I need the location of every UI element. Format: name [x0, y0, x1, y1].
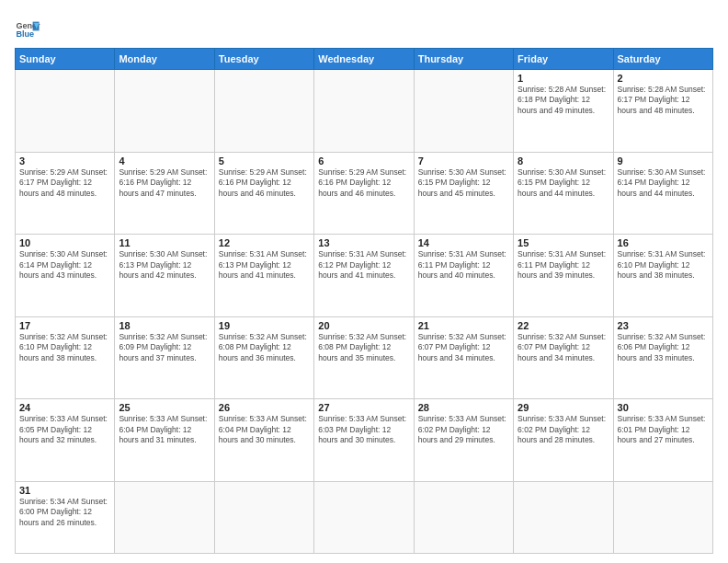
calendar-cell: 21Sunrise: 5:32 AM Sunset: 6:07 PM Dayli… — [414, 316, 513, 399]
calendar-cell: 29Sunrise: 5:33 AM Sunset: 6:02 PM Dayli… — [514, 399, 613, 482]
calendar-cell: 5Sunrise: 5:29 AM Sunset: 6:16 PM Daylig… — [214, 152, 313, 235]
calendar-cell — [214, 481, 313, 553]
day-number: 22 — [518, 320, 609, 331]
day-number: 6 — [318, 155, 409, 167]
calendar-cell: 20Sunrise: 5:32 AM Sunset: 6:08 PM Dayli… — [314, 316, 414, 399]
day-number: 3 — [19, 155, 110, 167]
day-number: 10 — [19, 237, 110, 248]
calendar-cell — [414, 481, 513, 553]
weekday-header-thursday: Thursday — [414, 49, 513, 70]
calendar-cell: 1Sunrise: 5:28 AM Sunset: 6:18 PM Daylig… — [514, 70, 613, 153]
calendar-cell: 11Sunrise: 5:30 AM Sunset: 6:13 PM Dayli… — [115, 235, 214, 317]
day-info: Sunrise: 5:31 AM Sunset: 6:11 PM Dayligh… — [418, 249, 509, 281]
calendar-cell — [414, 70, 513, 153]
calendar-cell: 10Sunrise: 5:30 AM Sunset: 6:14 PM Dayli… — [16, 235, 115, 317]
day-info: Sunrise: 5:32 AM Sunset: 6:07 PM Dayligh… — [518, 332, 609, 363]
calendar-cell — [115, 481, 214, 553]
calendar-cell: 19Sunrise: 5:32 AM Sunset: 6:08 PM Dayli… — [214, 316, 313, 399]
calendar-cell: 2Sunrise: 5:28 AM Sunset: 6:17 PM Daylig… — [613, 70, 712, 153]
calendar-cell: 9Sunrise: 5:30 AM Sunset: 6:14 PM Daylig… — [613, 152, 712, 235]
logo: General Blue — [15, 17, 40, 42]
day-info: Sunrise: 5:32 AM Sunset: 6:08 PM Dayligh… — [219, 332, 310, 363]
day-number: 2 — [618, 73, 709, 84]
day-info: Sunrise: 5:31 AM Sunset: 6:11 PM Dayligh… — [518, 249, 609, 281]
day-number: 19 — [219, 320, 310, 331]
calendar-cell: 18Sunrise: 5:32 AM Sunset: 6:09 PM Dayli… — [115, 316, 214, 399]
calendar-cell: 22Sunrise: 5:32 AM Sunset: 6:07 PM Dayli… — [514, 316, 613, 399]
calendar-cell: 7Sunrise: 5:30 AM Sunset: 6:15 PM Daylig… — [414, 152, 513, 235]
calendar-cell — [214, 70, 313, 153]
logo-icon: General Blue — [15, 17, 40, 42]
day-number: 29 — [518, 402, 609, 413]
day-info: Sunrise: 5:30 AM Sunset: 6:14 PM Dayligh… — [19, 249, 110, 281]
day-number: 26 — [219, 402, 310, 413]
calendar-week-3: 10Sunrise: 5:30 AM Sunset: 6:14 PM Dayli… — [16, 235, 713, 317]
day-info: Sunrise: 5:32 AM Sunset: 6:06 PM Dayligh… — [618, 332, 709, 363]
day-number: 7 — [418, 155, 509, 167]
calendar-cell: 31Sunrise: 5:34 AM Sunset: 6:00 PM Dayli… — [16, 481, 115, 553]
calendar-cell: 27Sunrise: 5:33 AM Sunset: 6:03 PM Dayli… — [314, 399, 414, 482]
day-number: 17 — [19, 320, 110, 331]
weekday-header-tuesday: Tuesday — [214, 49, 313, 70]
page-header: General Blue — [15, 13, 713, 42]
day-info: Sunrise: 5:29 AM Sunset: 6:16 PM Dayligh… — [119, 167, 210, 199]
day-number: 24 — [19, 402, 110, 413]
day-info: Sunrise: 5:33 AM Sunset: 6:03 PM Dayligh… — [318, 414, 409, 445]
day-info: Sunrise: 5:28 AM Sunset: 6:17 PM Dayligh… — [618, 85, 709, 116]
calendar-table: SundayMondayTuesdayWednesdayThursdayFrid… — [15, 48, 713, 554]
day-info: Sunrise: 5:30 AM Sunset: 6:15 PM Dayligh… — [518, 167, 609, 199]
calendar-week-6: 31Sunrise: 5:34 AM Sunset: 6:00 PM Dayli… — [16, 481, 713, 553]
day-number: 4 — [119, 155, 210, 167]
calendar-week-4: 17Sunrise: 5:32 AM Sunset: 6:10 PM Dayli… — [16, 316, 713, 399]
calendar-cell: 6Sunrise: 5:29 AM Sunset: 6:16 PM Daylig… — [314, 152, 414, 235]
day-info: Sunrise: 5:30 AM Sunset: 6:13 PM Dayligh… — [119, 249, 210, 281]
calendar-cell — [613, 481, 712, 553]
day-number: 16 — [618, 237, 709, 248]
day-info: Sunrise: 5:33 AM Sunset: 6:02 PM Dayligh… — [518, 414, 609, 445]
day-info: Sunrise: 5:30 AM Sunset: 6:15 PM Dayligh… — [418, 167, 509, 199]
calendar-cell: 16Sunrise: 5:31 AM Sunset: 6:10 PM Dayli… — [613, 235, 712, 317]
calendar-cell: 26Sunrise: 5:33 AM Sunset: 6:04 PM Dayli… — [214, 399, 313, 482]
day-number: 25 — [119, 402, 210, 413]
calendar-cell: 28Sunrise: 5:33 AM Sunset: 6:02 PM Dayli… — [414, 399, 513, 482]
day-info: Sunrise: 5:29 AM Sunset: 6:16 PM Dayligh… — [318, 167, 409, 199]
day-info: Sunrise: 5:31 AM Sunset: 6:13 PM Dayligh… — [219, 249, 310, 281]
calendar-week-1: 1Sunrise: 5:28 AM Sunset: 6:18 PM Daylig… — [16, 70, 713, 153]
calendar-cell: 14Sunrise: 5:31 AM Sunset: 6:11 PM Dayli… — [414, 235, 513, 317]
day-number: 13 — [318, 237, 409, 248]
weekday-header-sunday: Sunday — [16, 49, 115, 70]
day-number: 18 — [119, 320, 210, 331]
weekday-header-row: SundayMondayTuesdayWednesdayThursdayFrid… — [16, 49, 713, 70]
calendar-cell: 17Sunrise: 5:32 AM Sunset: 6:10 PM Dayli… — [16, 316, 115, 399]
day-number: 30 — [618, 402, 709, 413]
weekday-header-saturday: Saturday — [613, 49, 712, 70]
calendar-week-5: 24Sunrise: 5:33 AM Sunset: 6:05 PM Dayli… — [16, 399, 713, 482]
day-info: Sunrise: 5:31 AM Sunset: 6:12 PM Dayligh… — [318, 249, 409, 281]
calendar-cell — [16, 70, 115, 153]
svg-text:Blue: Blue — [16, 29, 34, 39]
day-info: Sunrise: 5:31 AM Sunset: 6:10 PM Dayligh… — [618, 249, 709, 281]
calendar-cell — [314, 70, 414, 153]
day-info: Sunrise: 5:33 AM Sunset: 6:01 PM Dayligh… — [618, 414, 709, 445]
day-info: Sunrise: 5:32 AM Sunset: 6:08 PM Dayligh… — [318, 332, 409, 363]
day-number: 1 — [518, 73, 609, 84]
day-number: 31 — [19, 485, 110, 496]
day-number: 15 — [518, 237, 609, 248]
calendar-cell: 4Sunrise: 5:29 AM Sunset: 6:16 PM Daylig… — [115, 152, 214, 235]
day-number: 21 — [418, 320, 509, 331]
calendar-cell — [314, 481, 414, 553]
day-info: Sunrise: 5:33 AM Sunset: 6:04 PM Dayligh… — [119, 414, 210, 445]
weekday-header-monday: Monday — [115, 49, 214, 70]
calendar-cell — [514, 481, 613, 553]
calendar-cell: 23Sunrise: 5:32 AM Sunset: 6:06 PM Dayli… — [613, 316, 712, 399]
weekday-header-wednesday: Wednesday — [314, 49, 414, 70]
day-number: 11 — [119, 237, 210, 248]
day-info: Sunrise: 5:29 AM Sunset: 6:17 PM Dayligh… — [19, 167, 110, 199]
day-number: 12 — [219, 237, 310, 248]
day-number: 28 — [418, 402, 509, 413]
calendar-cell — [115, 70, 214, 153]
calendar-cell: 30Sunrise: 5:33 AM Sunset: 6:01 PM Dayli… — [613, 399, 712, 482]
day-info: Sunrise: 5:33 AM Sunset: 6:02 PM Dayligh… — [418, 414, 509, 445]
day-info: Sunrise: 5:32 AM Sunset: 6:09 PM Dayligh… — [119, 332, 210, 363]
weekday-header-friday: Friday — [514, 49, 613, 70]
